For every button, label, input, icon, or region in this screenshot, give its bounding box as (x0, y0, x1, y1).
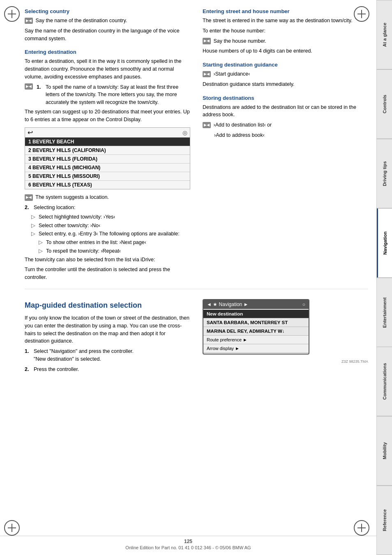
nav-row-4[interactable]: Arrow display ► (203, 344, 309, 353)
bullet-arrow-0: ▷ (31, 213, 36, 221)
bullet-yes: ▷ Select highlighted town/city: ›Yes‹ (31, 213, 190, 221)
bullet-text-1: Select other town/city: ›No‹ (39, 222, 100, 230)
idrive-footer2: Turn the controller until the destinatio… (25, 266, 190, 281)
list-item-4[interactable]: 5 BEVERLY HILLS (MISSOURI) (25, 172, 190, 181)
map-steps: 1. Select "Navigation" and press the con… (25, 348, 190, 373)
sidebar-tab-entertainment[interactable]: Entertainment (377, 278, 392, 347)
nav-row-2[interactable]: MARINA DEL REY, ADMIRALTY W↓ (203, 327, 309, 336)
bullet-next-page: ▷ To show other entries in the list: ›Ne… (31, 239, 190, 246)
nav-row-1[interactable]: SANTA BARBARA, MONTERREY ST (203, 318, 309, 327)
selecting-country-line2: Say the name of the destination country … (25, 27, 190, 43)
section-divider (25, 289, 368, 289)
bullet-text-0: Select highlighted town/city: ›Yes‹ (39, 213, 115, 221)
nav-row-0[interactable]: New destination (203, 310, 309, 318)
corner-decoration-tl (4, 6, 23, 25)
voice-icon-sl: ▶◀ (25, 194, 33, 201)
bullet-text-4: To respell the town/city: ›Repeat‹ (46, 247, 121, 255)
display-box-header: ↩ ◎ (25, 128, 190, 138)
sidebar-tab-driving-tips[interactable]: Driving tips (377, 139, 392, 208)
main-content: Selecting country ▶◀ Say the name of the… (0, 0, 376, 383)
storing-command2: ›Add to address book‹ (203, 131, 368, 139)
corner-decoration-tr (354, 6, 372, 25)
beverly-list: 1 BEVERLY BEACH 2 BEVERLY HILLS (CALIFOR… (25, 138, 190, 189)
street-line1: The street is entered in the same way as… (203, 17, 368, 25)
bullet-arrow-1: ▷ (31, 222, 36, 230)
idrive-footer1: The town/city can also be selected from … (25, 256, 190, 264)
street-line3: ▶◀ Say the house number. (203, 37, 368, 45)
compass-tl (4, 6, 20, 22)
sidebar-tab-communications[interactable]: Communications (377, 347, 392, 416)
street-line2: To enter the house number: (203, 27, 368, 35)
nav-header-left: ◄ ★ Navigation ► (207, 302, 248, 307)
bullet-entry: ▷ Select entry, e.g. ›Entry 3‹ The follo… (31, 230, 190, 238)
bullet-arrow-2: ▷ (31, 230, 36, 238)
step-1: ▶◀ 1. To spell the name of a town/city: … (25, 83, 190, 106)
map-section-layout: Map-guided destination selection If you … (25, 294, 368, 375)
voice-icon-step1: ▶◀ (25, 83, 33, 90)
nav-display-body: New destination SANTA BARBARA, MONTERREY… (203, 309, 309, 354)
start-guidance-line1: Destination guidance starts immediately. (203, 81, 368, 88)
voice-icon-house: ▶◀ (203, 38, 211, 44)
page-number: 125 (0, 539, 376, 544)
voice-icon-start: ▶◀ (203, 71, 211, 78)
list-item-3[interactable]: 4 BEVERLY HILLS (MICHIGAN) (25, 164, 190, 172)
sidebar-tab-at-a-glance[interactable]: At a glance (377, 0, 392, 69)
page-footer: 125 Online Edition for Part no. 01 41 0 … (0, 536, 376, 550)
sidebar-tab-reference[interactable]: Reference (377, 486, 392, 555)
list-item-0[interactable]: 1 BEVERLY BEACH (25, 138, 190, 146)
bullet-no: ▷ Select other town/city: ›No‹ (31, 222, 190, 230)
beverly-list-display: ↩ ◎ 1 BEVERLY BEACH 2 BEVERLY HILLS (CAL… (25, 127, 190, 189)
street-line4: House numbers of up to 4 digits can be e… (203, 47, 368, 55)
entering-destination-intro: To enter a destination, spell it in the … (25, 58, 190, 81)
voice-icon-sc: ▶◀ (25, 18, 33, 24)
bullet-text-2: Select entry, e.g. ›Entry 3‹ The followi… (39, 230, 180, 238)
entering-destination-heading: Entering destination (25, 49, 190, 55)
start-guidance-command: ▶◀ ›Start guidance‹ (203, 70, 368, 78)
selecting-country-line1: ▶◀ Say the name of the destination count… (25, 17, 190, 25)
back-icon[interactable]: ↩ (28, 129, 33, 136)
bullet-arrow-4: ▷ (39, 247, 44, 255)
bullet-arrow-3: ▷ (39, 239, 44, 246)
map-display-col: ◄ ★ Navigation ► ○ New destination SANTA… (203, 294, 368, 375)
map-step-2: 2. Press the controller. (25, 366, 190, 373)
list-item-1[interactable]: 2 BEVERLY HILLS (CALIFORNIA) (25, 146, 190, 155)
image-caption: Z3Z 98235.TMA (203, 359, 368, 364)
system-suggest-text: The system can suggest up to 20 destinat… (25, 108, 190, 124)
starting-guidance-heading: Starting destination guidance (203, 62, 368, 68)
map-step-1: 1. Select "Navigation" and press the con… (25, 348, 190, 363)
right-column: Entering street and house number The str… (203, 8, 368, 284)
left-column: Selecting country ▶◀ Say the name of the… (25, 8, 190, 284)
step-2: 2. Selecting location: (25, 204, 190, 212)
sidebar-tab-navigation[interactable]: Navigation (377, 208, 392, 278)
nav-header-right: ○ (302, 302, 305, 307)
bullet-text-3: To show other entries in the list: ›Next… (46, 239, 146, 246)
sidebar-tab-controls[interactable]: Controls (377, 69, 392, 139)
storing-destinations-heading: Storing destinations (203, 95, 368, 101)
map-step1-result: "New destination" is selected. (34, 356, 101, 362)
sidebar: At a glance Controls Driving tips Naviga… (376, 0, 392, 555)
map-intro: If you only know the location of the tow… (25, 314, 190, 345)
nav-row-3[interactable]: Route preference ► (203, 336, 309, 344)
list-item-2[interactable]: 3 BEVERLY HILLS (FLORIDA) (25, 155, 190, 164)
selection-options: ▷ Select highlighted town/city: ›Yes‹ ▷ … (25, 213, 190, 255)
bullet-repeat: ▷ To respell the town/city: ›Repeat‹ (31, 247, 190, 255)
compass-tr (354, 6, 369, 22)
selecting-country-heading: Selecting country (25, 8, 190, 14)
voice-icon-store: ▶◀ (203, 122, 211, 129)
list-item-5[interactable]: 6 BEVERLY HILLS (TEXAS) (25, 181, 190, 189)
step-list: ▶◀ 1. To spell the name of a town/city: … (25, 83, 190, 106)
map-text-col: Map-guided destination selection If you … (25, 294, 190, 375)
system-suggests-location: ▶◀ The system suggests a location. (25, 193, 190, 201)
nav-display-box: ◄ ★ Navigation ► ○ New destination SANTA… (203, 299, 309, 355)
speaker-icon: ◎ (182, 129, 187, 136)
step2-list: 2. Selecting location: (25, 204, 190, 212)
sidebar-tab-mobility[interactable]: Mobility (377, 416, 392, 486)
compass-br (354, 520, 369, 536)
nav-display-header: ◄ ★ Navigation ► ○ (203, 300, 309, 309)
storing-line1: Destinations are added to the destinatio… (203, 104, 368, 119)
footer-text: Online Edition for Part no. 01 41 0 012 … (0, 545, 376, 550)
two-column-layout: Selecting country ▶◀ Say the name of the… (25, 8, 368, 284)
storing-command1: ▶◀ ›Add to destination list‹ or (203, 121, 368, 129)
map-section-heading: Map-guided destination selection (25, 301, 190, 310)
compass-bl (4, 520, 20, 536)
